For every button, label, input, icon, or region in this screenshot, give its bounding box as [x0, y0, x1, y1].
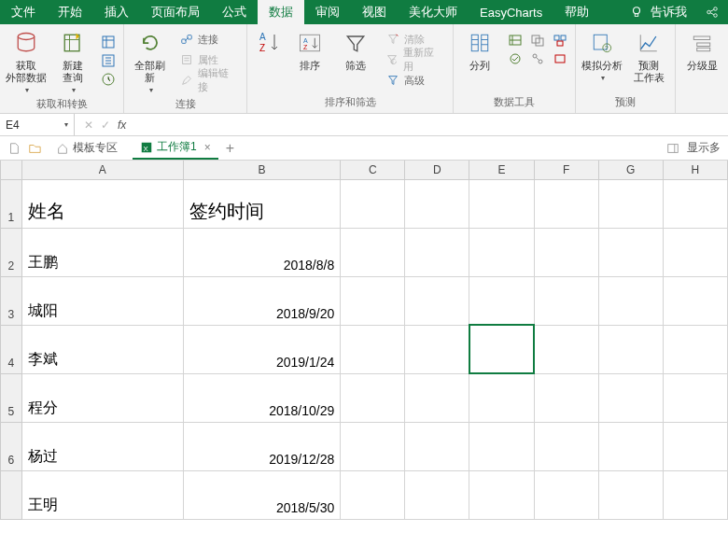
col-header-A[interactable]: A	[21, 161, 183, 179]
enter-icon[interactable]: ✓	[101, 119, 110, 132]
cell-D6[interactable]	[405, 422, 469, 470]
cell-C7[interactable]	[341, 470, 405, 519]
menu-tab-数据[interactable]: 数据	[258, 0, 304, 24]
cell-C6[interactable]	[341, 422, 405, 470]
file-icon[interactable]	[7, 142, 21, 155]
cell-C2[interactable]	[341, 228, 405, 276]
cell-F7[interactable]	[534, 470, 598, 519]
relationships-icon[interactable]	[528, 50, 547, 67]
row-header-2[interactable]: 2	[1, 228, 22, 276]
spreadsheet[interactable]: ABCDEFGH1姓名签约时间2王鹏2018/8/83城阳2018/9/204李…	[0, 161, 728, 520]
data-validation-icon[interactable]	[506, 50, 525, 67]
menu-tab-EasyCharts[interactable]: EasyCharts	[469, 0, 553, 24]
new-query-button[interactable]: 新建 查询▾	[52, 28, 93, 95]
cell-B1[interactable]: 签约时间	[183, 179, 341, 228]
templates-tab[interactable]: 模板专区	[49, 137, 125, 160]
col-header-E[interactable]: E	[469, 161, 534, 179]
cell-G6[interactable]	[598, 422, 663, 470]
text-to-columns-button[interactable]: 分列	[459, 28, 500, 72]
cell-H6[interactable]	[663, 422, 727, 470]
cancel-icon[interactable]: ✕	[84, 119, 93, 132]
cell-F4[interactable]	[534, 325, 598, 373]
show-queries-icon[interactable]	[99, 34, 118, 50]
cell-B2[interactable]: 2018/8/8	[183, 228, 341, 276]
cell-F1[interactable]	[534, 179, 598, 228]
advanced-button[interactable]: 高级	[382, 71, 447, 90]
cell-C4[interactable]	[341, 325, 405, 373]
cell-D2[interactable]	[405, 228, 469, 276]
cell-F5[interactable]	[534, 373, 598, 422]
reapply-button[interactable]: 重新应用	[382, 50, 447, 69]
cell-D1[interactable]	[405, 179, 469, 228]
edit-links-button[interactable]: 编辑链接	[175, 71, 241, 90]
panel-icon[interactable]	[666, 142, 679, 155]
cell-H1[interactable]	[663, 179, 727, 228]
cell-D7[interactable]	[405, 470, 469, 519]
sort-button[interactable]: AZ 排序	[290, 28, 330, 72]
cell-H2[interactable]	[663, 228, 727, 276]
col-header-C[interactable]: C	[341, 161, 405, 179]
close-icon[interactable]: ×	[204, 141, 211, 154]
col-header-H[interactable]: H	[663, 161, 727, 179]
cell-B7[interactable]: 2018/5/30	[183, 470, 341, 519]
workbook-tab[interactable]: X 工作簿1 ×	[133, 137, 218, 160]
cell-B5[interactable]: 2018/10/29	[183, 373, 341, 422]
cell-G1[interactable]	[598, 179, 663, 228]
filter-button[interactable]: 筛选	[336, 28, 376, 72]
menu-tab-开始[interactable]: 开始	[47, 0, 93, 24]
connections-button[interactable]: 连接	[175, 30, 241, 49]
menu-tab-公式[interactable]: 公式	[211, 0, 258, 24]
add-tab-button[interactable]: +	[226, 140, 234, 157]
cell-G7[interactable]	[598, 470, 663, 519]
cell-B4[interactable]: 2019/1/24	[183, 325, 341, 373]
row-header-5[interactable]: 5	[1, 373, 22, 422]
menu-tab-美化大师[interactable]: 美化大师	[398, 0, 469, 24]
cell-E6[interactable]	[469, 422, 534, 470]
forecast-sheet-button[interactable]: 预测 工作表	[628, 28, 669, 84]
cell-A3[interactable]: 城阳	[21, 276, 183, 325]
cell-B6[interactable]: 2019/12/28	[183, 422, 341, 470]
cell-A4[interactable]: 李斌	[21, 325, 183, 373]
cell-D5[interactable]	[405, 373, 469, 422]
row-header-7[interactable]	[1, 470, 22, 519]
recent-sources-icon[interactable]	[99, 71, 118, 88]
cell-H5[interactable]	[663, 373, 727, 422]
external-data-button[interactable]: 获取 外部数据▾	[6, 28, 47, 95]
col-header-D[interactable]: D	[405, 161, 469, 179]
col-header-F[interactable]: F	[534, 161, 598, 179]
consolidate-icon[interactable]	[551, 32, 569, 49]
cell-A2[interactable]: 王鹏	[21, 228, 183, 276]
show-more-label[interactable]: 显示多	[687, 140, 721, 156]
cell-H7[interactable]	[663, 470, 727, 519]
cell-F3[interactable]	[534, 276, 598, 325]
cell-H3[interactable]	[663, 276, 727, 325]
share-icon[interactable]	[706, 6, 719, 19]
menu-tab-视图[interactable]: 视图	[351, 0, 398, 24]
whatif-button[interactable]: ? 模拟分析▾	[581, 28, 623, 83]
tell-me[interactable]: 告诉我	[651, 4, 687, 21]
flash-fill-icon[interactable]	[506, 32, 525, 49]
cell-E7[interactable]	[469, 470, 534, 519]
cell-D4[interactable]	[405, 325, 469, 373]
group-outline-button[interactable]: 分级显	[681, 28, 722, 72]
cell-A5[interactable]: 程分	[21, 373, 183, 422]
from-table-icon[interactable]	[99, 52, 118, 69]
refresh-all-button[interactable]: 全部刷新▾	[130, 28, 170, 95]
row-header-6[interactable]: 6	[1, 422, 22, 470]
cell-E3[interactable]	[469, 276, 534, 325]
cell-D3[interactable]	[405, 276, 469, 325]
cell-E5[interactable]	[469, 373, 534, 422]
fx-icon[interactable]: fx	[118, 119, 126, 132]
cell-C5[interactable]	[341, 373, 405, 422]
menu-tab-页面布局[interactable]: 页面布局	[140, 0, 211, 24]
manage-data-model-icon[interactable]	[551, 50, 569, 67]
cell-H4[interactable]	[663, 325, 727, 373]
cell-F2[interactable]	[534, 228, 598, 276]
cell-C1[interactable]	[341, 179, 405, 228]
cell-C3[interactable]	[341, 276, 405, 325]
cell-E2[interactable]	[469, 228, 534, 276]
cell-A7[interactable]: 王明	[21, 470, 183, 519]
menu-tab-插入[interactable]: 插入	[93, 0, 140, 24]
cell-A6[interactable]: 杨过	[21, 422, 183, 470]
menu-tab-文件[interactable]: 文件	[0, 0, 47, 24]
